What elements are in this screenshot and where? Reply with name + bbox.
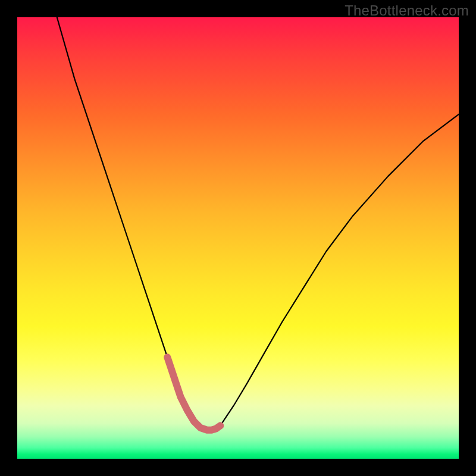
optimal-highlight [167,357,220,430]
watermark-text: TheBottleneck.com [345,2,469,19]
chart-svg [17,17,459,459]
plot-area [17,17,459,459]
bottleneck-curve [57,17,459,430]
chart-frame: TheBottleneck.com [0,0,476,476]
